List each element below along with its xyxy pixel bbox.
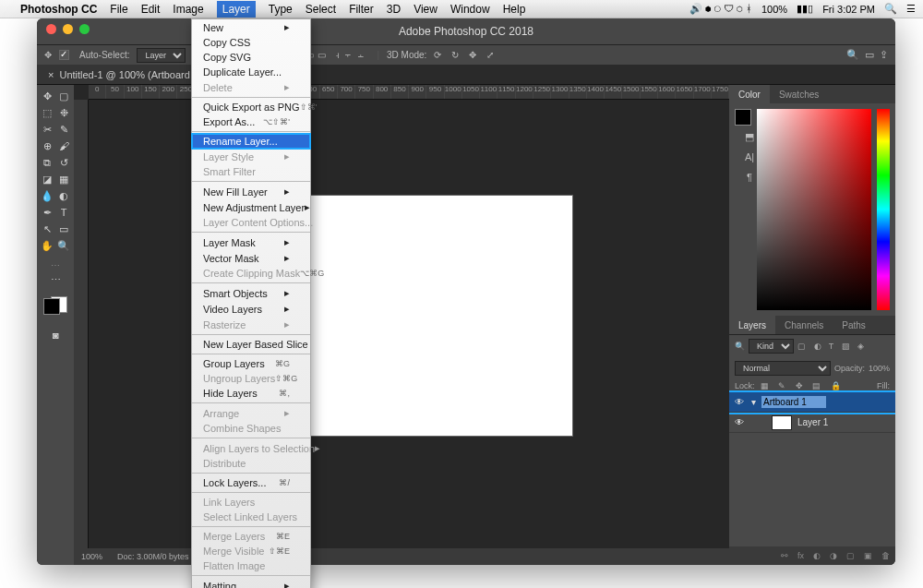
menu-item-smart-objects[interactable]: Smart Objects▸ xyxy=(192,285,310,301)
new-layer-icon[interactable]: ▣ xyxy=(864,551,872,560)
menu-item-new-adjustment-layer[interactable]: New Adjustment Layer▸ xyxy=(192,199,310,215)
menu-app[interactable]: Photoshop CC xyxy=(20,3,97,16)
path-tool[interactable]: ↖ xyxy=(40,222,54,236)
layers-footer[interactable]: ⚯ fx ◐ ◑ ▢ ▣ 🗑 xyxy=(729,546,895,565)
close-icon[interactable] xyxy=(46,24,56,34)
blur-tool[interactable]: 💧 xyxy=(40,188,54,203)
trash-icon[interactable]: 🗑 xyxy=(881,551,890,560)
menu-3d[interactable]: 3D xyxy=(387,3,401,16)
color-picker[interactable] xyxy=(729,103,895,316)
fx-icon[interactable]: fx xyxy=(797,551,804,560)
menu-image[interactable]: Image xyxy=(173,3,203,16)
menu-select[interactable]: Select xyxy=(306,3,336,16)
visibility-icon[interactable]: 👁 xyxy=(735,417,746,427)
color-panel-tabs[interactable]: Color Swatches xyxy=(729,85,895,103)
layer-name-input[interactable] xyxy=(761,396,826,408)
group-icon[interactable]: ▢ xyxy=(846,551,855,560)
brush-tool[interactable]: 🖌 xyxy=(56,138,71,153)
opacity-value[interactable]: 100% xyxy=(869,364,890,373)
menu-file[interactable]: File xyxy=(110,3,127,16)
tab-color[interactable]: Color xyxy=(729,85,770,103)
search-icon[interactable]: 🔍 xyxy=(846,49,859,61)
menu-item-vector-mask[interactable]: Vector Mask▸ xyxy=(192,250,310,266)
blend-mode-dropdown[interactable]: Normal xyxy=(735,361,831,376)
canvas-area[interactable]: 0501001502002503003504004505005506006507… xyxy=(74,85,729,565)
layer-thumbnail[interactable] xyxy=(772,415,792,430)
menu-item-lock-layers-[interactable]: Lock Layers...⌘/ xyxy=(192,475,310,490)
fill-adj-icon[interactable]: ◑ xyxy=(830,551,837,560)
gradient-tool[interactable]: ▦ xyxy=(56,172,71,186)
layers-panel-tabs[interactable]: Layers Channels Paths xyxy=(729,316,895,334)
lock-icons[interactable]: ▦ ✎ ✥ ▤ 🔒 xyxy=(761,381,845,390)
menu-item-new-layer-based-slice[interactable]: New Layer Based Slice xyxy=(192,337,310,352)
menu-item-quick-export-as-png[interactable]: Quick Export as PNG⇧⌘' xyxy=(192,100,310,114)
tab-swatches[interactable]: Swatches xyxy=(770,85,828,103)
zoom-tool[interactable]: 🔍 xyxy=(56,238,71,253)
autoselect-dropdown[interactable]: Layer xyxy=(137,48,186,63)
filter-icons[interactable]: ▢ ◐ T ▨ ◈ xyxy=(797,342,867,351)
menu-view[interactable]: View xyxy=(414,3,438,16)
marquee-tool[interactable]: ⬚ xyxy=(40,105,54,120)
pen-tool[interactable]: ✒ xyxy=(40,205,54,220)
tab-paths[interactable]: Paths xyxy=(833,316,875,334)
menu-window[interactable]: Window xyxy=(450,3,490,16)
menu-item-copy-svg[interactable]: Copy SVG xyxy=(192,50,310,65)
layer-row-layer1[interactable]: 👁 Layer 1 xyxy=(729,413,895,433)
fg-color-swatch[interactable] xyxy=(43,298,60,315)
tab-channels[interactable]: Channels xyxy=(775,316,833,334)
menu-item-layer-mask[interactable]: Layer Mask▸ xyxy=(192,234,310,250)
menu-item-hide-layers[interactable]: Hide Layers⌘, xyxy=(192,386,310,401)
hue-slider[interactable] xyxy=(877,109,890,310)
artboard-tool[interactable]: ▢ xyxy=(56,89,71,103)
filter-kind-dropdown[interactable]: Kind xyxy=(749,339,794,354)
zoom-level[interactable]: 100% xyxy=(81,552,102,561)
menu-layer[interactable]: Layer xyxy=(217,1,256,18)
workspace-icon[interactable]: ▭ xyxy=(865,49,874,61)
stamp-tool[interactable]: ⧉ xyxy=(40,155,54,170)
traffic-lights[interactable] xyxy=(46,24,90,34)
menu-item-export-as-[interactable]: Export As...⌥⇧⌘' xyxy=(192,114,310,129)
edit-toolbar[interactable]: ⋯ xyxy=(48,272,63,287)
menu-item-duplicate-layer-[interactable]: Duplicate Layer... xyxy=(192,65,310,79)
menu-item-rename-layer-[interactable]: Rename Layer... xyxy=(192,134,310,149)
battery-percent[interactable]: 100% xyxy=(761,4,787,15)
control-center-icon[interactable]: ☰ xyxy=(906,3,916,15)
document-tab[interactable]: ×Untitled-1 @ 100% (Artboard xyxy=(37,65,202,84)
layer-row-artboard[interactable]: 👁 ▾ xyxy=(729,392,895,413)
move-tool[interactable]: ✥ xyxy=(40,89,54,103)
filter-icon[interactable]: 🔍 xyxy=(735,342,745,351)
tools-panel[interactable]: ✥▢ ⬚❉ ✂✎ ⊕🖌 ⧉↺ ◪▦ 💧◐ ✒T ↖▭ ✋🔍 ⋯ ⋯ ◙ xyxy=(37,85,74,565)
clock[interactable]: Fri 3:02 PM xyxy=(822,4,875,15)
lasso-tool[interactable]: ❉ xyxy=(56,105,71,120)
menu-help[interactable]: Help xyxy=(503,3,526,16)
menu-item-copy-css[interactable]: Copy CSS xyxy=(192,35,310,50)
status-icons[interactable]: 🔊 ⬢ ◯ 🛡 ⬡ ᚼ xyxy=(689,3,752,15)
autoselect-checkbox[interactable] xyxy=(59,50,69,60)
picker-fg-swatch[interactable] xyxy=(735,109,751,126)
eyedropper-tool[interactable]: ✎ xyxy=(56,122,71,137)
tab-layers[interactable]: Layers xyxy=(729,316,775,334)
minimize-icon[interactable] xyxy=(63,24,73,34)
heal-tool[interactable]: ⊕ xyxy=(40,138,54,153)
color-swatches[interactable] xyxy=(43,289,67,313)
link-icon[interactable]: ⚯ xyxy=(781,551,788,560)
menu-type[interactable]: Type xyxy=(269,3,293,16)
type-tool[interactable]: T xyxy=(56,205,71,220)
menu-item-video-layers[interactable]: Video Layers▸ xyxy=(192,301,310,317)
dodge-tool[interactable]: ◐ xyxy=(56,188,71,203)
menu-item-new[interactable]: New▸ xyxy=(192,19,310,35)
menu-edit[interactable]: Edit xyxy=(141,3,161,16)
eraser-tool[interactable]: ◪ xyxy=(40,172,54,186)
battery-icon[interactable]: ▮▮▯ xyxy=(797,3,813,15)
chevron-down-icon[interactable]: ▾ xyxy=(751,397,756,407)
layer-menu-dropdown[interactable]: New▸Copy CSSCopy SVGDuplicate Layer...De… xyxy=(191,18,311,588)
color-field[interactable] xyxy=(757,109,871,310)
maximize-icon[interactable] xyxy=(79,24,90,34)
menu-item-group-layers[interactable]: Group Layers⌘G xyxy=(192,356,310,371)
options-bar[interactable]: ✥ Auto-Select: Layer Show T | ▯▯▯ ▭▭▭ ⫞⫟… xyxy=(37,44,895,65)
crop-tool[interactable]: ✂ xyxy=(40,122,54,137)
visibility-icon[interactable]: 👁 xyxy=(735,397,746,407)
share-icon[interactable]: ⇪ xyxy=(880,49,888,61)
mask-icon[interactable]: ◐ xyxy=(813,551,821,560)
hand-tool[interactable]: ✋ xyxy=(40,238,54,253)
